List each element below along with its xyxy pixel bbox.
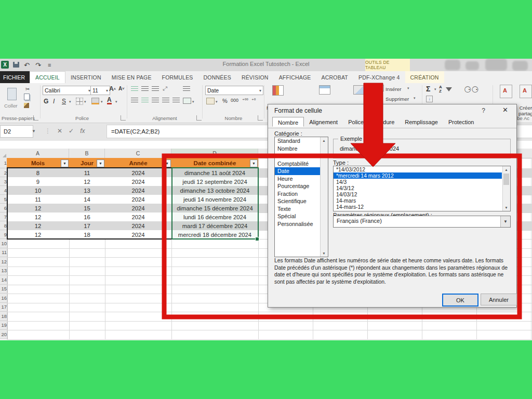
decrease-decimal-icon[interactable]: ⁺⁰	[251, 98, 256, 103]
increase-decimal-icon[interactable]: ⁺⁰⁰	[242, 98, 248, 103]
type-scrollbar[interactable]: ▲ ▼	[502, 166, 510, 211]
accounting-dropdown-icon[interactable]: ▾	[216, 100, 218, 104]
cell-styles-icon[interactable]	[353, 85, 365, 95]
insert-function-icon[interactable]: fx	[80, 127, 85, 135]
percent-style-icon[interactable]: %	[222, 98, 228, 104]
font-color-dropdown-icon[interactable]: ▾	[115, 100, 117, 104]
align-bottom-icon[interactable]	[152, 86, 159, 91]
format-painter-icon[interactable]	[24, 103, 29, 108]
dialog-tab-police[interactable]: Police	[343, 118, 369, 128]
enter-entry-icon[interactable]: ✓	[69, 127, 74, 135]
type-item[interactable]: *14/03/2012	[334, 166, 502, 172]
filter-dropdown-icon[interactable]: ▼	[97, 159, 104, 167]
borders-icon[interactable]	[76, 98, 83, 105]
select-all-corner[interactable]	[0, 149, 7, 158]
name-box-dropdown-icon[interactable]: ▼	[30, 125, 37, 137]
locale-combo[interactable]: Français (France) ▼	[333, 216, 511, 228]
bold-button[interactable]: G	[44, 98, 48, 105]
align-middle-icon[interactable]	[141, 86, 149, 91]
acrobat-create-pdf-icon[interactable]	[500, 85, 512, 98]
font-dialog-launcher[interactable]	[121, 115, 126, 121]
fill-color-dropdown-icon[interactable]: ▾	[101, 100, 103, 104]
underline-button[interactable]: S	[62, 98, 66, 105]
column-header-A[interactable]: A	[7, 149, 69, 158]
scroll-up-icon[interactable]: ▲	[321, 137, 327, 144]
scroll-up-icon[interactable]: ▲	[503, 166, 510, 173]
tab-accueil[interactable]: ACCUEIL	[30, 71, 65, 83]
insert-cells-icon[interactable]	[377, 85, 384, 91]
delete-dropdown-icon[interactable]: ▾	[414, 96, 416, 100]
comma-style-icon[interactable]: 000	[231, 98, 238, 103]
tab-r-vision[interactable]: RÉVISION	[236, 71, 274, 83]
align-top-icon[interactable]	[131, 86, 138, 91]
tab-formules[interactable]: FORMULES	[157, 71, 198, 83]
align-right-icon[interactable]	[152, 98, 159, 103]
underline-dropdown-icon[interactable]: ▾	[69, 100, 71, 104]
tab-fichier[interactable]: FICHIER	[0, 71, 30, 83]
format-as-table-icon[interactable]	[319, 85, 330, 95]
tab-mise-en-page[interactable]: MISE EN PAGE	[107, 71, 157, 83]
font-color-icon[interactable]: A	[107, 97, 112, 104]
acrobat-share-icon[interactable]	[520, 85, 532, 98]
align-center-icon[interactable]	[141, 98, 149, 103]
dialog-tab-remplissage[interactable]: Remplissage	[400, 118, 443, 128]
dialog-tab-nombre[interactable]: Nombre	[272, 117, 304, 127]
dialog-help-icon[interactable]: ?	[482, 107, 485, 114]
filter-dropdown-icon[interactable]: ▼	[163, 159, 171, 167]
dialog-tab-alignement[interactable]: Alignement	[304, 118, 343, 128]
font-size-combo[interactable]: 11▾	[90, 86, 110, 95]
cancel-button[interactable]: Annuler	[481, 294, 517, 305]
number-format-combo[interactable]: Date▾	[205, 86, 263, 95]
conditional-formatting-icon[interactable]	[272, 85, 284, 96]
decrease-indent-icon[interactable]	[162, 98, 169, 103]
column-header-C[interactable]: C	[105, 149, 171, 158]
type-item[interactable]: 14-mars	[334, 197, 502, 204]
alignment-dialog-launcher[interactable]	[196, 115, 202, 121]
scroll-down-icon[interactable]: ▼	[503, 204, 510, 211]
filter-dropdown-icon[interactable]: ▼	[250, 159, 258, 167]
tab-acrobat[interactable]: ACROBAT	[316, 71, 353, 83]
insert-dropdown-icon[interactable]: ▾	[407, 86, 409, 90]
shrink-font-icon[interactable]: A˅	[118, 86, 124, 91]
autosum-dropdown-icon[interactable]: ▾	[434, 87, 436, 91]
find-select-icon[interactable]: ⚆⚆	[464, 85, 479, 95]
borders-dropdown-icon[interactable]: ▾	[84, 100, 86, 104]
column-header-D[interactable]: D	[171, 149, 258, 158]
locale-dropdown-icon[interactable]: ▼	[500, 216, 510, 227]
font-name-combo[interactable]: Calibri▾	[43, 86, 92, 95]
name-box[interactable]: D2	[0, 125, 33, 138]
filter-dropdown-icon[interactable]: ▼	[61, 159, 69, 167]
tab-pdf-xchange-4[interactable]: PDF-XChange 4	[353, 71, 405, 83]
orientation-icon[interactable]: ⤢	[163, 85, 167, 92]
scroll-down-icon[interactable]: ▼	[321, 250, 327, 257]
category-listbox[interactable]: StandardNombreMonétaireComptabilitéDateH…	[274, 137, 328, 257]
italic-button[interactable]: I	[53, 98, 55, 105]
scroll-thumb[interactable]	[503, 174, 509, 185]
filter-funnel-icon[interactable]	[446, 87, 452, 91]
dialog-close-icon[interactable]: ✕	[502, 106, 508, 114]
tab-affichage[interactable]: AFFICHAGE	[274, 71, 316, 83]
merge-center-icon[interactable]	[183, 98, 191, 104]
grow-font-icon[interactable]: A˄	[109, 85, 116, 92]
fill-down-icon[interactable]: ↓	[426, 96, 433, 102]
type-item[interactable]: *mercredi 14 mars 2012	[334, 172, 502, 179]
fill-color-icon[interactable]	[91, 98, 99, 104]
type-item[interactable]: 14/03/12	[334, 191, 502, 197]
paste-button[interactable]	[5, 86, 19, 102]
cancel-entry-icon[interactable]: ✕	[57, 127, 62, 135]
number-dialog-launcher[interactable]	[258, 115, 263, 121]
clipboard-dialog-launcher[interactable]	[33, 115, 38, 121]
dialog-tab-protection[interactable]: Protection	[443, 118, 480, 128]
merge-dropdown-icon[interactable]: ▾	[192, 100, 194, 104]
type-listbox[interactable]: *14/03/2012*mercredi 14 mars 201214/314/…	[333, 166, 511, 211]
type-item[interactable]: 14/3/12	[334, 185, 502, 191]
sort-filter-icon[interactable]: A Z	[439, 85, 442, 94]
dialog-tab-bordure[interactable]: Bordure	[369, 118, 400, 128]
autosum-icon[interactable]: Σ	[426, 85, 430, 93]
wrap-text-icon[interactable]	[183, 86, 190, 91]
copy-icon[interactable]	[24, 94, 30, 100]
type-item[interactable]: 14-mars-12	[334, 204, 502, 210]
type-item[interactable]: 14/3	[334, 179, 502, 185]
cut-icon[interactable]: ✂	[24, 85, 31, 92]
tab-creation[interactable]: CRÉATION	[405, 71, 444, 83]
